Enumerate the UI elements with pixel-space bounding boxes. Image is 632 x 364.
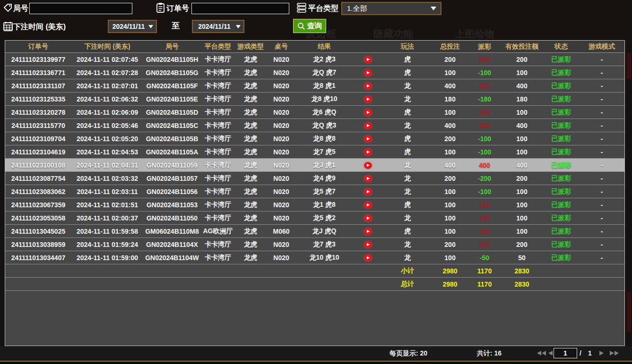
round-cell: GN02024B11053 [143, 198, 201, 212]
replay-play-icon[interactable] [364, 69, 372, 76]
replay-play-icon[interactable] [364, 122, 372, 129]
bet-time-cell: 2024-11-11 01:59:00 [71, 251, 143, 264]
game-mode-cell: - [579, 198, 624, 212]
valid-bet-cell: 400 [501, 159, 543, 172]
table-row[interactable]: 2411110231253352024-11-11 02:06:32GN0202… [5, 93, 624, 106]
platform-type-select[interactable]: 1.全部 [341, 2, 442, 15]
order-no-input[interactable] [191, 3, 289, 14]
replay-play-icon[interactable] [364, 149, 372, 156]
platform-list-icon [297, 3, 306, 13]
table-row[interactable]: 2411110230673592024-11-11 02:01:51GN0202… [5, 198, 624, 212]
next-page-button[interactable] [599, 351, 604, 356]
game-type-cell: 龙虎 [235, 132, 266, 145]
replay-play-icon[interactable] [364, 56, 372, 63]
total-count-label: 共计: 16 [477, 346, 502, 360]
payout-cell: -50 [468, 251, 501, 264]
table-no-cell: N020 [266, 159, 296, 172]
total-count-value: 16 [494, 349, 502, 357]
summary-empty-cell [5, 264, 71, 278]
platform-cell: 卡卡湾厅 [201, 132, 235, 145]
replay-play-icon[interactable] [364, 162, 372, 169]
table-row[interactable]: 2411110231157702024-11-11 02:05:46GN0202… [5, 119, 624, 132]
order-cell: 241111023053058 [5, 212, 71, 225]
first-page-button[interactable] [537, 351, 546, 356]
order-cell: 241111023067359 [5, 198, 71, 212]
replay-play-icon[interactable] [364, 228, 372, 235]
replay-play-icon[interactable] [364, 241, 372, 248]
replay-play-icon[interactable] [364, 135, 372, 143]
table-row[interactable]: 2411110230830622024-11-11 02:03:11GN0202… [5, 185, 624, 198]
last-page-button[interactable] [610, 351, 619, 356]
platform-cell: AG欧洲厅 [201, 225, 235, 238]
replay-play-icon[interactable] [364, 202, 372, 209]
replay-play-icon[interactable] [364, 96, 372, 103]
prev-page-button[interactable] [548, 351, 553, 356]
table-row[interactable]: 2411110231001082024-11-11 02:04:31GN0202… [5, 159, 624, 172]
payout-cell: 100 [468, 212, 501, 225]
table-row[interactable]: 2411110231399772024-11-11 02:07:45GN0202… [5, 53, 624, 66]
date-to-picker[interactable]: 2024/11/11 [192, 20, 244, 33]
game-type-cell: 龙虎 [235, 185, 266, 198]
table-row[interactable]: 2411110231311072024-11-11 02:07:01GN0202… [5, 79, 624, 93]
table-no-cell: N020 [266, 66, 296, 79]
page-number-input[interactable] [554, 348, 577, 358]
bet-time-cell: 2024-11-11 02:03:11 [71, 185, 143, 198]
replay-play-icon[interactable] [364, 109, 372, 116]
table-row[interactable]: 2411110130389592024-11-11 01:59:24GN0202… [5, 238, 624, 251]
status-cell: 已派彩 [543, 119, 579, 132]
table-row[interactable]: 2411110231202782024-11-11 02:06:09GN0202… [5, 106, 624, 119]
valid-bet-cell: 180 [501, 93, 543, 106]
game-mode-cell: - [579, 79, 624, 93]
table-row[interactable]: 2411110230877542024-11-11 02:03:32GN0202… [5, 172, 624, 185]
table-row[interactable]: 2411110231367712024-11-11 02:07:28GN0202… [5, 66, 624, 79]
game-type-cell: 龙虎 [235, 238, 266, 251]
chevron-down-icon [236, 25, 241, 28]
table-row[interactable]: 2411110231046192024-11-11 02:04:53GN0202… [5, 145, 624, 159]
summary-empty-cell [201, 264, 235, 278]
platform-cell: 卡卡湾厅 [201, 53, 235, 66]
replay-play-icon[interactable] [364, 83, 372, 90]
table-row[interactable]: 2411110130344072024-11-11 01:59:00GN0202… [5, 251, 624, 264]
order-cell: 241111023139977 [5, 53, 71, 66]
order-cell: 241111023131107 [5, 79, 71, 93]
table-row[interactable]: 2411110230530582024-11-11 02:00:37GN0202… [5, 212, 624, 225]
column-header: 玩法 [383, 41, 432, 53]
round-cell: GN02024B11056 [143, 185, 201, 198]
date-from-value: 2024/11/11 [109, 23, 148, 30]
round-no-input[interactable] [29, 3, 132, 14]
replay-cell [352, 132, 383, 145]
game-type-cell: 龙虎 [235, 159, 266, 172]
round-cell: GM06024B110M8 [143, 225, 201, 238]
play-type-cell: 虎 [383, 145, 432, 159]
replay-play-icon[interactable] [364, 175, 372, 182]
replay-play-icon[interactable] [364, 215, 372, 222]
replay-play-icon[interactable] [364, 188, 372, 195]
date-from-picker[interactable]: 2024/11/11 [108, 20, 157, 33]
valid-bet-cell: 100 [501, 185, 543, 198]
replay-cell [352, 159, 383, 172]
round-cell: GN02024B11050 [143, 212, 201, 225]
order-cell: 241111023125335 [5, 93, 71, 106]
round-cell: GN02024B1105C [143, 119, 201, 132]
search-button[interactable]: 查询 [293, 19, 326, 33]
platform-cell: 卡卡湾厅 [201, 238, 235, 251]
summary-empty-cell [143, 264, 201, 278]
play-type-cell: 龙 [383, 172, 432, 185]
per-page-value: 20 [420, 349, 428, 357]
total-bet-cell: 100 [432, 106, 468, 119]
game-mode-cell: - [579, 66, 624, 79]
platform-cell: 卡卡湾厅 [201, 106, 235, 119]
summary-empty-cell [71, 264, 143, 278]
summary-empty-cell [296, 278, 352, 291]
game-type-cell: 龙虎 [235, 53, 266, 66]
replay-play-icon[interactable] [364, 254, 372, 262]
replay-cell [352, 106, 383, 119]
betting-records-screen: 局号 订单号 平台类型 1.全部 下注时间 (美东) 2024/11/11 至 … [0, 0, 632, 364]
bet-time-label: 下注时间 (美东) [13, 21, 66, 33]
round-cell: GN02024B1104W [143, 251, 201, 264]
table-row[interactable]: 2411110130450252024-11-11 01:59:58GM0602… [5, 225, 624, 238]
table-row[interactable]: 2411110231097042024-11-11 02:05:20GN0202… [5, 132, 624, 145]
filter-bar: 局号 订单号 平台类型 1.全部 下注时间 (美东) 2024/11/11 至 … [0, 0, 632, 40]
platform-cell: 卡卡湾厅 [201, 145, 235, 159]
play-type-cell: 龙 [383, 159, 432, 172]
